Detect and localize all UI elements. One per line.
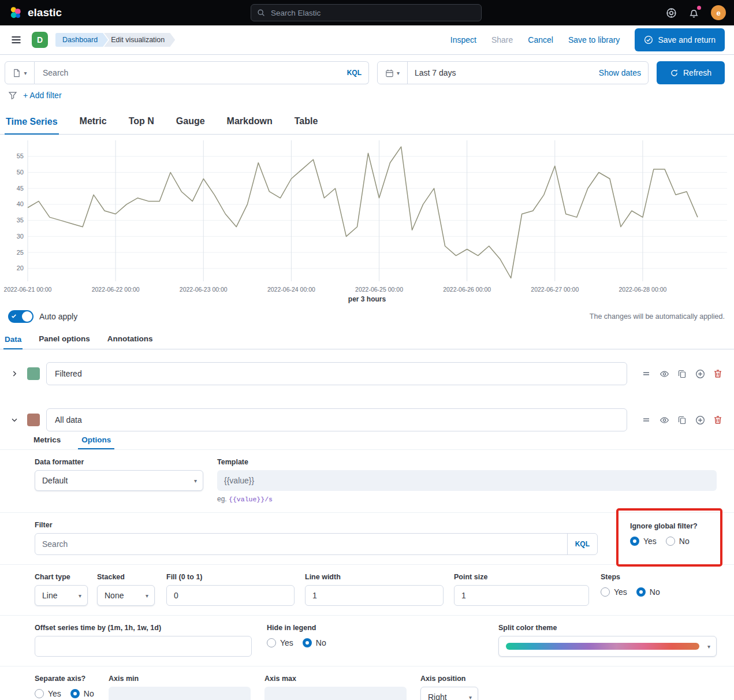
eye-icon — [660, 415, 669, 425]
radio-option-no[interactable]: No — [303, 638, 326, 647]
radio-label: No — [650, 587, 660, 597]
fill-label: Fill (0 to 1) — [166, 573, 295, 581]
radio-option-yes[interactable]: Yes — [35, 689, 61, 698]
split-color-theme-select[interactable]: ▾ — [498, 636, 717, 657]
fill-input[interactable] — [166, 585, 295, 606]
series-label-input[interactable] — [46, 408, 627, 431]
query-search-input[interactable] — [42, 68, 347, 78]
radio-option-no[interactable]: No — [666, 537, 690, 546]
date-quick-select-button[interactable]: ▾ — [378, 62, 408, 84]
clone-series-button[interactable] — [676, 368, 688, 379]
radio-icon — [70, 689, 80, 698]
tab-data[interactable]: Data — [3, 335, 23, 349]
delete-series-button[interactable] — [712, 368, 724, 379]
radio-option-no[interactable]: No — [70, 689, 94, 698]
radio-option-yes[interactable]: Yes — [601, 587, 627, 597]
kql-language-button[interactable]: KQL — [347, 69, 362, 77]
clone-series-button[interactable] — [676, 414, 688, 426]
axis-max-input[interactable] — [264, 687, 407, 700]
global-search-wrap — [251, 4, 666, 21]
inspect-button[interactable]: Inspect — [450, 35, 476, 44]
brand-title: elastic — [28, 6, 62, 19]
series-color-swatch[interactable] — [27, 367, 40, 380]
template-label: Template — [217, 458, 717, 466]
time-range-value[interactable]: Last 7 days — [408, 68, 599, 77]
saved-queries-button[interactable]: ▾ — [5, 61, 35, 84]
series-label-input[interactable] — [46, 362, 627, 385]
separate-axis-label: Separate axis? — [35, 675, 96, 683]
expand-series-button[interactable] — [8, 370, 21, 378]
radio-option-yes[interactable]: Yes — [267, 638, 293, 647]
global-search-input[interactable] — [270, 8, 475, 18]
drag-handle[interactable] — [640, 368, 652, 379]
line-width-input[interactable] — [305, 585, 444, 606]
point-size-input[interactable] — [454, 585, 589, 606]
formatter-template-row: Data formatter Default ▾ Template eg. {{… — [0, 449, 734, 512]
tab-top-n[interactable]: Top N — [128, 116, 155, 134]
tab-panel-options[interactable]: Panel options — [38, 334, 91, 349]
template-input[interactable] — [217, 470, 717, 491]
elastic-logo[interactable] — [8, 6, 23, 20]
breadcrumb-dashboard[interactable]: Dashboard — [55, 33, 108, 47]
save-and-return-button[interactable]: Save and return — [635, 28, 725, 51]
filter-row-form: Filter KQL Ignore global filter? Yes N — [0, 512, 734, 564]
cancel-button[interactable]: Cancel — [528, 35, 553, 44]
collapse-series-button[interactable] — [8, 416, 21, 424]
menu-button[interactable] — [8, 32, 24, 48]
user-avatar[interactable]: e — [711, 5, 726, 20]
tab-gauge[interactable]: Gauge — [175, 116, 206, 134]
global-search[interactable] — [251, 4, 482, 21]
stacked-select[interactable]: None ▾ — [97, 585, 155, 606]
radio-option-no[interactable]: No — [636, 587, 660, 597]
svg-text:55: 55 — [17, 152, 24, 159]
tab-markdown[interactable]: Markdown — [226, 116, 274, 134]
help-button[interactable] — [666, 8, 677, 18]
add-series-button[interactable] — [694, 368, 706, 380]
share-button[interactable]: Share — [491, 35, 513, 44]
offset-input[interactable] — [35, 636, 252, 657]
svg-text:2022-06-22 00:00: 2022-06-22 00:00 — [92, 286, 140, 293]
tab-time-series[interactable]: Time Series — [5, 117, 59, 135]
series-color-swatch[interactable] — [27, 414, 40, 426]
add-filter-button[interactable]: + Add filter — [23, 91, 62, 100]
save-to-library-button[interactable]: Save to library — [568, 35, 620, 44]
show-dates-button[interactable]: Show dates — [599, 68, 648, 77]
axis-max-label: Axis max — [264, 675, 407, 683]
chart-type-field: Chart type Line ▾ — [35, 573, 88, 606]
series-filter-input[interactable] — [35, 534, 567, 554]
tab-metric[interactable]: Metric — [79, 116, 108, 134]
notifications-button[interactable] — [688, 8, 699, 18]
toggle-series-visibility-button[interactable] — [658, 368, 670, 380]
svg-text:25: 25 — [17, 249, 24, 256]
radio-label: No — [84, 689, 94, 698]
series-filter-label: Filter — [35, 521, 598, 529]
tab-table[interactable]: Table — [293, 116, 319, 134]
data-formatter-select[interactable]: Default ▾ — [35, 470, 203, 491]
auto-apply-toggle[interactable] — [8, 310, 33, 323]
svg-text:35: 35 — [17, 217, 24, 224]
tab-metrics[interactable]: Metrics — [30, 435, 64, 449]
drag-handle[interactable] — [640, 414, 652, 426]
toggle-series-visibility-button[interactable] — [658, 414, 670, 426]
series-row-all-data — [8, 408, 726, 431]
tab-annotations[interactable]: Annotations — [106, 334, 154, 349]
axis-max-field: Axis max — [264, 675, 407, 700]
add-series-button[interactable] — [694, 414, 706, 426]
tab-options[interactable]: Options — [78, 435, 114, 449]
radio-option-yes[interactable]: Yes — [630, 537, 657, 546]
auto-apply-label: Auto apply — [39, 312, 77, 321]
ignore-global-filter-field: Ignore global filter? Yes No — [630, 521, 717, 555]
kql-language-button[interactable]: KQL — [567, 534, 597, 554]
line-width-label: Line width — [305, 573, 444, 581]
chart-type-select[interactable]: Line ▾ — [35, 585, 88, 606]
search-icon — [257, 9, 265, 17]
refresh-button[interactable]: Refresh — [657, 61, 725, 84]
svg-text:30: 30 — [17, 233, 24, 240]
delete-series-button[interactable] — [712, 414, 724, 426]
offset-field: Offset series time by (1m, 1h, 1w, 1d) — [35, 624, 252, 657]
chevron-down-icon: ▾ — [397, 70, 400, 76]
axis-position-select[interactable]: Right ▾ — [420, 687, 478, 700]
axis-min-input[interactable] — [109, 687, 251, 700]
chevron-down-icon: ▾ — [79, 593, 81, 599]
auto-apply-bar: Auto apply The changes will be automatic… — [0, 307, 734, 329]
